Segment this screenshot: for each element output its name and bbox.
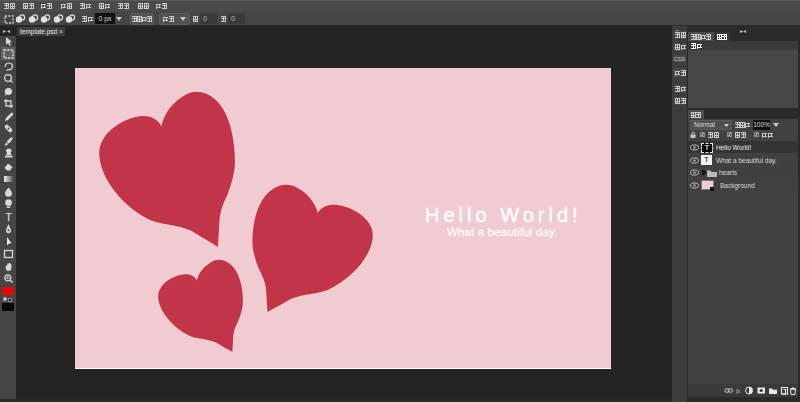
svg-text:T: T	[5, 211, 12, 222]
svg-text:fx: fx	[736, 388, 741, 394]
